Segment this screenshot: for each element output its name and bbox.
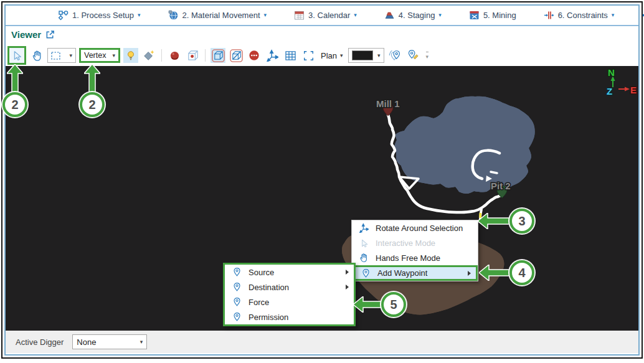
tab-calendar[interactable]: 3. Calendar▾ (289, 7, 362, 24)
viewer-panel-header: Viewer (11, 29, 55, 40)
ellipsis-icon (642, 10, 644, 21)
chevron-down-icon: ▾ (112, 53, 115, 59)
sweep-diamond-icon (143, 49, 155, 62)
menu-item-label: Force (249, 298, 269, 307)
sweep-tool[interactable] (141, 48, 156, 63)
tab-label: 2. Material Movement (182, 11, 260, 20)
lightbulb-icon (125, 50, 136, 62)
submenu-arrow-icon (468, 271, 471, 276)
tab-mining[interactable]: 5. Mining (464, 7, 521, 24)
waypoint-submenu: Source Destination Force Permission (223, 263, 356, 326)
tab-label: 1. Process Setup (72, 11, 134, 20)
panel-title: Viewer (11, 29, 41, 40)
tab-label: 5. Mining (483, 11, 516, 20)
site-label-pit-2: Pit 2 (491, 181, 511, 191)
chevron-down-icon: ▾ (69, 53, 72, 59)
selection-mode-dropdown[interactable]: Vertex ▾ (79, 48, 120, 63)
hands-free-tool[interactable] (29, 48, 44, 63)
menu-item-add-waypoint[interactable]: Add Waypoint (352, 265, 478, 281)
active-digger-label: Active Digger (16, 337, 64, 347)
submenu-item-permission[interactable]: Permission (225, 309, 354, 324)
submenu-arrow-icon (346, 270, 349, 275)
rotate-around-icon (358, 222, 369, 233)
menu-item-hands-free-mode[interactable]: Hands Free Mode (352, 250, 478, 265)
chevron-down-icon: ▾ (612, 12, 615, 18)
status-bar: Active Digger None ▾ (6, 331, 638, 353)
waypoints-tool[interactable] (387, 48, 402, 63)
submenu-item-force[interactable]: Force (225, 295, 354, 309)
ribbon-tab-bar: 1. Process Setup▾ 2. Material Movement▾ … (6, 6, 638, 26)
clip-box-tool[interactable] (211, 48, 225, 63)
rotate-axes-tool[interactable] (265, 48, 280, 63)
interactive-mode-icon (358, 237, 369, 248)
menu-item-interactive-mode: Interactive Mode (352, 235, 478, 250)
submenu-item-destination[interactable]: Destination (225, 280, 354, 295)
active-digger-dropdown[interactable]: None ▾ (72, 334, 147, 349)
viewer-toolbar: ▾ Vertex ▾ (7, 45, 429, 65)
menu-item-label: Destination (249, 283, 289, 292)
axes-icon (266, 49, 278, 62)
callout-number: 4 (518, 266, 525, 280)
hands-free-icon (358, 252, 369, 263)
callout-arrow-up (84, 64, 100, 93)
callout-number: 5 (390, 298, 397, 311)
clip-box-icon (212, 49, 225, 62)
external-link-icon[interactable] (45, 30, 55, 39)
toolbar-separator (205, 49, 206, 62)
callout-5-submenu: 5 (381, 292, 406, 317)
callout-3-context-menu: 3 (509, 209, 534, 233)
tab-process-setup[interactable]: 1. Process Setup▾ (53, 7, 146, 24)
submenu-item-source[interactable]: Source (225, 265, 354, 280)
view-mode-value: Plan (321, 51, 337, 60)
highlight-toggle[interactable] (123, 48, 138, 63)
mining-icon (469, 10, 480, 21)
waypoint-pin-icon (360, 268, 371, 279)
extents-brackets-icon (303, 50, 315, 62)
point-in-cube-tool[interactable] (185, 48, 200, 63)
grid-toggle[interactable] (283, 48, 298, 63)
waypoint-pin-icon (231, 281, 242, 293)
marquee-select-tool[interactable]: ▾ (47, 48, 76, 63)
axis-north-label: N (608, 67, 615, 78)
tab-material-movement[interactable]: 2. Material Movement▾ (163, 7, 272, 24)
clip-plane-icon (230, 49, 243, 62)
callout-number: 3 (518, 214, 525, 228)
color-swatch (352, 50, 373, 60)
menu-item-rotate-around-selection[interactable]: Rotate Around Selection (352, 220, 478, 235)
cube-point-icon (187, 50, 199, 62)
menu-item-label: Source (249, 268, 274, 277)
chevron-down-icon: ▾ (377, 53, 381, 59)
callout-2-interactive-mode: 2 (2, 92, 27, 117)
view-mode-dropdown[interactable]: Plan ▾ (321, 51, 343, 60)
callout-4-add-waypoint: 4 (509, 260, 534, 285)
clip-plane-tool[interactable] (229, 48, 244, 63)
callout-2-selection-mode: 2 (80, 92, 105, 117)
calendar-icon (294, 10, 305, 21)
edit-waypoint-tool[interactable] (405, 48, 420, 63)
interactive-mode-tool[interactable] (7, 46, 26, 65)
menu-item-label: Add Waypoint (377, 268, 427, 278)
site-label-mill-1: Mill 1 (376, 98, 400, 109)
material-movement-icon (168, 10, 179, 21)
red-ellipsis-icon (249, 50, 260, 61)
waypoint-pencil-icon (407, 49, 419, 62)
callout-number: 2 (88, 98, 95, 111)
toolbar-overflow[interactable]: ▾ (426, 52, 429, 60)
sphere-tool[interactable] (167, 48, 182, 63)
grid-icon (285, 50, 296, 61)
callout-arrow-left (479, 265, 509, 281)
axis-east-label: E (630, 85, 637, 95)
axis-z-label: Z (607, 86, 612, 97)
tab-staging[interactable]: 4. Staging▾ (379, 7, 447, 24)
zoom-extents-tool[interactable] (301, 48, 316, 63)
callout-number: 2 (11, 98, 18, 111)
tab-label: 3. Calendar (308, 11, 350, 20)
menu-item-label: Rotate Around Selection (376, 224, 463, 233)
tab-constraints[interactable]: 6. Constraints▾ (539, 7, 620, 24)
tab-other[interactable]: 7. Other▾ (637, 7, 644, 24)
waypoint-pin-icon (231, 296, 242, 308)
chevron-down-icon: ▾ (264, 12, 267, 18)
draw-color-dropdown[interactable]: ▾ (348, 48, 384, 63)
menu-item-label: Interactive Mode (376, 238, 435, 248)
more-red-tool[interactable] (247, 48, 262, 63)
